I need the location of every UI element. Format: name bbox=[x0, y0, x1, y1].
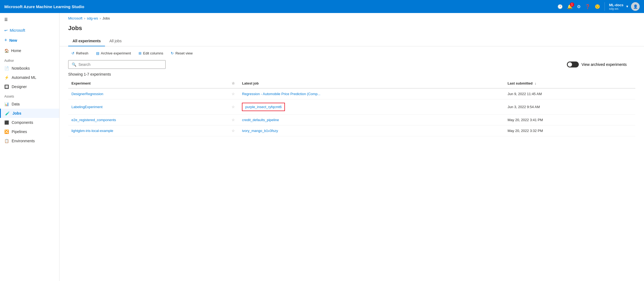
experiment-link[interactable]: lightgbm-iris-local-example bbox=[71, 129, 113, 133]
feedback-icon[interactable]: 🙂 bbox=[595, 4, 600, 9]
archive-icon: ▤ bbox=[96, 51, 99, 55]
breadcrumb-sep2: › bbox=[100, 16, 101, 20]
latest-job-link[interactable]: credit_defaults_pipeline bbox=[242, 118, 279, 122]
help-icon[interactable]: ❓ bbox=[585, 4, 590, 9]
page-header: Jobs bbox=[60, 22, 644, 36]
breadcrumb: Microsoft › sdg-ws › Jobs bbox=[60, 13, 644, 22]
star-cell[interactable]: ☆ bbox=[228, 125, 239, 136]
new-button[interactable]: + New bbox=[0, 35, 59, 46]
sidebar-item-data[interactable]: 📊 Data bbox=[0, 99, 59, 109]
profile-info: ML-docs sdg-ws bbox=[609, 3, 623, 10]
last-submitted-cell: Jun 3, 2022 9:54 AM bbox=[504, 99, 635, 115]
profile-name: ML-docs bbox=[609, 3, 623, 7]
tab-all-experiments[interactable]: All experiments bbox=[68, 36, 105, 46]
toolbar: ↺ Refresh ▤ Archive experiment ⊞ Edit co… bbox=[60, 46, 644, 60]
latest-job-link[interactable]: ivory_mango_b1v3fszy bbox=[242, 129, 278, 133]
topbar: Microsoft Azure Machine Learning Studio … bbox=[0, 0, 644, 13]
edit-columns-label: Edit columns bbox=[143, 51, 163, 55]
tabs-bar: All experiments All jobs bbox=[60, 36, 644, 46]
sidebar-back-button[interactable]: ↩ Microsoft bbox=[0, 26, 59, 35]
history-icon[interactable]: 🕐 bbox=[557, 4, 563, 9]
page-title: Jobs bbox=[68, 25, 635, 32]
breadcrumb-sep1: › bbox=[84, 16, 85, 20]
refresh-label: Refresh bbox=[76, 51, 88, 55]
settings-icon[interactable]: ⚙ bbox=[577, 4, 581, 9]
sidebar-item-pipelines[interactable]: 🔀 Pipelines bbox=[0, 127, 59, 136]
showing-count: Showing 1-7 experiments bbox=[60, 72, 644, 79]
latest-job-cell: credit_defaults_pipeline bbox=[239, 115, 504, 125]
star-cell[interactable]: ☆ bbox=[228, 88, 239, 99]
main-layout: ☰ ↩ Microsoft + New 🏠 Home Author 📄 Note… bbox=[0, 13, 644, 281]
automated-ml-label: Automated ML bbox=[12, 75, 36, 80]
sidebar-item-components[interactable]: ⬛ Components bbox=[0, 118, 59, 127]
notification-badge: 1 bbox=[570, 2, 574, 7]
archive-experiment-button[interactable]: ▤ Archive experiment bbox=[93, 50, 134, 57]
search-row: 🔍 View archived experiments bbox=[60, 60, 644, 72]
experiment-cell: DesignerRegression bbox=[68, 88, 228, 99]
view-archived-container: View archived experiments bbox=[567, 62, 635, 67]
table-header-row: Experiment ☆ Latest job Last submitted ↓ bbox=[68, 79, 635, 88]
reset-view-label: Reset view bbox=[175, 51, 193, 55]
data-icon: 📊 bbox=[4, 102, 9, 106]
topbar-icons: 🕐 🔔 1 ⚙ ❓ 🙂 ML-docs sdg-ws ▼ 👤 bbox=[557, 2, 640, 11]
experiment-cell: e2e_registered_components bbox=[68, 115, 228, 125]
hamburger-icon[interactable]: ☰ bbox=[0, 15, 59, 26]
table-row: DesignerRegression☆Regression - Automobi… bbox=[68, 88, 635, 99]
star-icon: ☆ bbox=[232, 118, 235, 122]
sidebar: ☰ ↩ Microsoft + New 🏠 Home Author 📄 Note… bbox=[0, 13, 60, 281]
breadcrumb-current: Jobs bbox=[103, 16, 110, 20]
search-input[interactable] bbox=[78, 62, 162, 67]
new-label: New bbox=[9, 38, 17, 43]
breadcrumb-workspace[interactable]: sdg-ws bbox=[87, 16, 98, 20]
last-submitted-cell: May 20, 2022 3:41 PM bbox=[504, 115, 635, 125]
app-title: Microsoft Azure Machine Learning Studio bbox=[4, 4, 557, 9]
reset-view-button[interactable]: ↻ Reset view bbox=[167, 50, 196, 57]
latest-job-cell: purple_insect_ryfqcmt6 bbox=[239, 99, 504, 115]
star-cell[interactable]: ☆ bbox=[228, 115, 239, 125]
view-archived-toggle[interactable] bbox=[567, 62, 579, 67]
experiment-link[interactable]: e2e_registered_components bbox=[71, 118, 116, 122]
author-section-label: Author bbox=[0, 56, 59, 64]
experiments-table-container: Experiment ☆ Latest job Last submitted ↓ bbox=[60, 79, 644, 136]
data-label: Data bbox=[12, 102, 20, 106]
breadcrumb-microsoft[interactable]: Microsoft bbox=[68, 16, 83, 20]
environments-icon: 📋 bbox=[4, 139, 9, 143]
back-arrow-icon: ↩ bbox=[4, 28, 8, 33]
home-label: Home bbox=[11, 49, 21, 53]
last-submitted-cell: Jun 9, 2022 11:45 AM bbox=[504, 88, 635, 99]
star-cell[interactable]: ☆ bbox=[228, 99, 239, 115]
edit-columns-button[interactable]: ⊞ Edit columns bbox=[135, 50, 166, 57]
table-row: e2e_registered_components☆credit_default… bbox=[68, 115, 635, 125]
experiment-link[interactable]: LabelingExperiment bbox=[71, 105, 103, 109]
star-icon: ☆ bbox=[232, 129, 235, 133]
archive-label: Archive experiment bbox=[101, 51, 131, 55]
table-row: LabelingExperiment☆purple_insect_ryfqcmt… bbox=[68, 99, 635, 115]
sidebar-item-jobs[interactable]: 🧪 Jobs bbox=[0, 109, 59, 118]
star-icon: ☆ bbox=[232, 105, 235, 109]
components-label: Components bbox=[12, 120, 33, 125]
sidebar-item-environments[interactable]: 📋 Environments bbox=[0, 136, 59, 146]
experiments-table: Experiment ☆ Latest job Last submitted ↓ bbox=[68, 79, 635, 136]
latest-job-link[interactable]: Regression - Automobile Price Prediction… bbox=[242, 92, 320, 96]
sidebar-item-designer[interactable]: 🔲 Designer bbox=[0, 82, 59, 91]
sidebar-item-notebooks[interactable]: 📄 Notebooks bbox=[0, 64, 59, 73]
view-archived-label: View archived experiments bbox=[581, 62, 627, 67]
tab-all-jobs[interactable]: All jobs bbox=[105, 36, 126, 46]
edit-columns-icon: ⊞ bbox=[139, 51, 142, 55]
toggle-knob bbox=[568, 62, 572, 67]
table-row: lightgbm-iris-local-example☆ivory_mango_… bbox=[68, 125, 635, 136]
experiment-link[interactable]: DesignerRegression bbox=[71, 92, 103, 96]
latest-job-cell: ivory_mango_b1v3fszy bbox=[239, 125, 504, 136]
profile-menu[interactable]: ML-docs sdg-ws ▼ 👤 bbox=[604, 2, 640, 11]
sidebar-item-automated-ml[interactable]: ⚡ Automated ML bbox=[0, 73, 59, 82]
notification-icon[interactable]: 🔔 1 bbox=[567, 4, 573, 9]
notebooks-label: Notebooks bbox=[12, 66, 30, 70]
plus-icon: + bbox=[4, 37, 7, 43]
refresh-button[interactable]: ↺ Refresh bbox=[68, 50, 92, 57]
content-area: Microsoft › sdg-ws › Jobs Jobs All exper… bbox=[60, 13, 644, 281]
latest-job-highlighted-link[interactable]: purple_insect_ryfqcmt6 bbox=[242, 103, 285, 111]
home-button[interactable]: 🏠 Home bbox=[0, 46, 59, 56]
jobs-icon: 🧪 bbox=[5, 111, 10, 115]
col-last-submitted[interactable]: Last submitted ↓ bbox=[504, 79, 635, 88]
search-box[interactable]: 🔍 bbox=[68, 60, 166, 69]
